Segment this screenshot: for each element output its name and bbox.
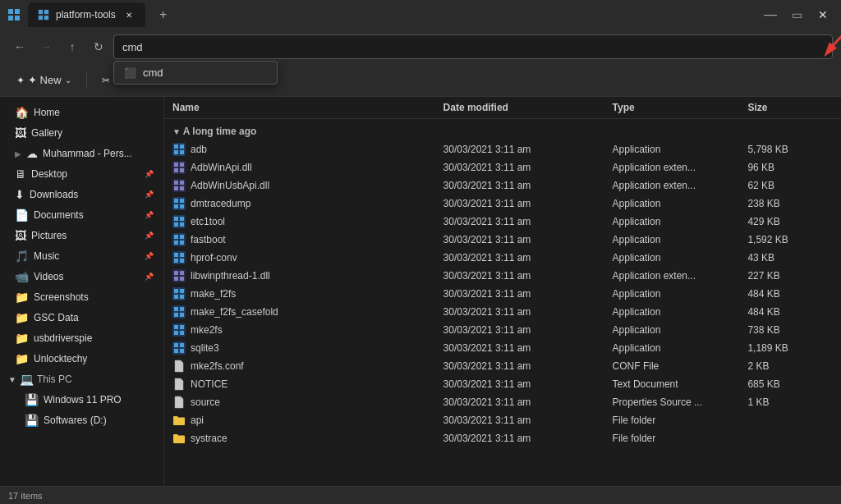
autocomplete-item-cmd[interactable]: ⬛ cmd — [114, 62, 277, 84]
svg-rect-58 — [174, 313, 178, 317]
back-button[interactable]: ← — [8, 35, 31, 58]
sidebar-icon-gsc-data: 📁 — [15, 311, 29, 324]
sidebar-item-gallery[interactable]: 🖼Gallery — [3, 123, 160, 143]
nav-bar: ← → ↑ ↻ ⬛ cmd — [0, 30, 841, 64]
tab-close-button[interactable]: ✕ — [122, 8, 136, 21]
sidebar-icon-usbdriverspie: 📁 — [15, 332, 29, 345]
new-label: ✦ New — [28, 74, 62, 86]
sidebar-item-music[interactable]: 🎵Music📌 — [3, 246, 160, 266]
file-type: Application exten... — [604, 158, 740, 176]
col-size[interactable]: Size — [739, 97, 841, 119]
table-row[interactable]: etc1tool30/03/2021 3:11 amApplication429… — [164, 213, 841, 231]
group-header-row: ▼ A long time ago — [164, 119, 841, 141]
file-icon — [172, 269, 186, 282]
file-size: 484 KB — [739, 285, 841, 303]
svg-rect-3 — [15, 16, 20, 21]
new-button[interactable]: ✦ ✦ New ⌄ — [8, 71, 80, 89]
table-row[interactable]: make_f2fs_casefold30/03/2021 3:11 amAppl… — [164, 303, 841, 321]
new-tab-button[interactable]: + — [152, 3, 175, 26]
svg-rect-54 — [180, 295, 184, 299]
svg-rect-68 — [174, 349, 178, 353]
file-date: 30/03/2021 3:11 am — [435, 393, 604, 411]
sidebar-item-unlocktechy[interactable]: 📁Unlocktechy — [3, 349, 160, 369]
table-row[interactable]: AdbWinUsbApi.dll30/03/2021 3:11 amApplic… — [164, 176, 841, 195]
sidebar-item-gsc-data[interactable]: 📁GSC Data — [3, 308, 160, 328]
pin-icon: 📌 — [145, 231, 154, 240]
file-name-text: libwinpthread-1.dll — [191, 270, 270, 282]
file-icon — [172, 432, 186, 445]
sidebar-item-windows11[interactable]: 💾Windows 11 PRO — [3, 390, 160, 410]
toolbar-separator-1 — [86, 72, 87, 89]
col-type[interactable]: Type — [604, 97, 740, 119]
sidebar-item-screenshots[interactable]: 📁Screenshots — [3, 287, 160, 307]
svg-rect-28 — [174, 204, 178, 208]
maximize-button[interactable]: ▭ — [785, 3, 808, 26]
sidebar-label-screenshots: Screenshots — [34, 291, 89, 303]
file-date: 30/03/2021 3:11 am — [435, 231, 604, 249]
sidebar-item-usbdriverspie[interactable]: 📁usbdriverspie — [3, 328, 160, 348]
pin-icon: 📌 — [145, 252, 154, 260]
chevron-icon: ▶ — [15, 149, 21, 158]
sidebar-icon-windows11: 💾 — [25, 393, 39, 406]
svg-rect-63 — [174, 331, 178, 335]
sidebar-label-gallery: Gallery — [31, 127, 62, 139]
svg-rect-42 — [180, 253, 184, 257]
svg-rect-22 — [180, 181, 184, 185]
col-name[interactable]: Name — [164, 97, 435, 119]
file-name-text: etc1tool — [191, 216, 225, 227]
table-row[interactable]: mke2fs30/03/2021 3:11 amApplication738 K… — [164, 321, 841, 339]
table-row[interactable]: source30/03/2021 3:11 amProperties Sourc… — [164, 393, 841, 411]
svg-rect-53 — [174, 295, 178, 299]
tab-title: platform-tools — [56, 9, 116, 21]
table-row[interactable]: AdbWinApi.dll30/03/2021 3:11 amApplicati… — [164, 158, 841, 176]
table-row[interactable]: NOTICE30/03/2021 3:11 amText Document685… — [164, 375, 841, 393]
sidebar-item-desktop[interactable]: 🖥Desktop📌 — [3, 164, 160, 184]
table-row[interactable]: mke2fs.conf30/03/2021 3:11 amCONF File2 … — [164, 357, 841, 375]
minimize-button[interactable]: — — [759, 3, 782, 26]
sidebar-section-this-pc[interactable]: ▼ 💻 This PC — [0, 369, 163, 389]
table-row[interactable]: api30/03/2021 3:11 amFile folder — [164, 411, 841, 429]
forward-button[interactable]: → — [34, 35, 57, 58]
up-button[interactable]: ↑ — [61, 35, 84, 58]
sidebar-item-pictures[interactable]: 🖼Pictures📌 — [3, 226, 160, 245]
table-row[interactable]: libwinpthread-1.dll30/03/2021 3:11 amApp… — [164, 267, 841, 285]
refresh-button[interactable]: ↻ — [87, 35, 110, 58]
table-row[interactable]: sqlite330/03/2021 3:11 amApplication1,18… — [164, 339, 841, 357]
sidebar-icon-music: 🎵 — [15, 250, 29, 263]
sidebar-icon-videos: 📹 — [15, 270, 29, 283]
table-row[interactable]: adb30/03/2021 3:11 amApplication5,798 KB — [164, 140, 841, 158]
svg-rect-29 — [180, 204, 184, 208]
sidebar-icon-home: 🏠 — [15, 106, 29, 119]
sidebar-item-softwares[interactable]: 💾Softwares (D:) — [3, 410, 160, 430]
svg-rect-43 — [174, 259, 178, 263]
sidebar-item-videos[interactable]: 📹Videos📌 — [3, 267, 160, 286]
file-icon — [172, 287, 186, 300]
close-button[interactable]: ✕ — [811, 3, 834, 26]
file-name-text: api — [191, 415, 204, 426]
svg-rect-2 — [8, 16, 13, 21]
address-input[interactable] — [113, 34, 833, 59]
svg-rect-0 — [8, 9, 13, 14]
file-date: 30/03/2021 3:11 am — [435, 303, 604, 321]
table-header-row: Name Date modified Type Size — [164, 97, 841, 119]
svg-rect-51 — [174, 289, 178, 293]
col-date[interactable]: Date modified — [435, 97, 604, 119]
sidebar-item-downloads[interactable]: ⬇Downloads📌 — [3, 185, 160, 204]
table-row[interactable]: systrace30/03/2021 3:11 amFile folder — [164, 429, 841, 447]
sidebar-item-home[interactable]: 🏠Home — [3, 103, 160, 122]
active-tab[interactable]: platform-tools ✕ — [28, 2, 145, 27]
svg-rect-41 — [174, 253, 178, 257]
file-icon — [172, 215, 186, 228]
table-row[interactable]: hprof-conv30/03/2021 3:11 amApplication4… — [164, 249, 841, 267]
sidebar-items: 🏠Home🖼Gallery▶☁Muhammad - Pers...🖥Deskto… — [0, 103, 163, 369]
table-row[interactable]: make_f2fs30/03/2021 3:11 amApplication48… — [164, 285, 841, 303]
table-row[interactable]: dmtracedump30/03/2021 3:11 amApplication… — [164, 195, 841, 213]
table-row[interactable]: fastboot30/03/2021 3:11 amApplication1,5… — [164, 231, 841, 249]
svg-rect-7 — [39, 16, 43, 20]
sidebar-label-pictures: Pictures — [31, 230, 67, 241]
sidebar-item-muhammad[interactable]: ▶☁Muhammad - Pers... — [3, 144, 160, 163]
sidebar-label-softwares: Softwares (D:) — [44, 415, 107, 426]
file-date: 30/03/2021 3:11 am — [435, 429, 604, 447]
file-icon — [172, 360, 186, 373]
sidebar-item-documents[interactable]: 📄Documents📌 — [3, 205, 160, 225]
